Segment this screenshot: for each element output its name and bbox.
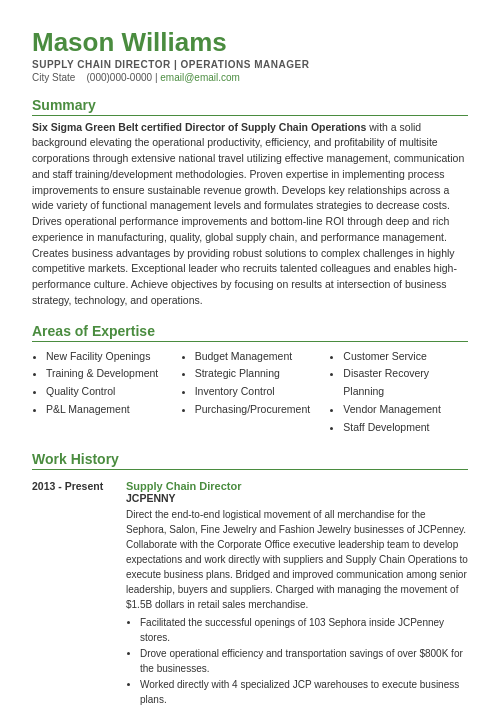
job-bullet: Facilitated the successful openings of 1… [140, 615, 468, 645]
job-entry: 2013 - Present Supply Chain Director JCP… [32, 480, 468, 706]
summary-section-title: Summary [32, 97, 468, 116]
city-state: City State [32, 72, 75, 83]
expertise-col-1: New Facility Openings Training & Develop… [32, 348, 171, 437]
expertise-item: Quality Control [46, 383, 171, 401]
expertise-item: Strategic Planning [195, 365, 320, 383]
summary-body: with a solid background elevating the op… [32, 121, 464, 306]
expertise-item: Budget Management [195, 348, 320, 366]
work-history-section-title: Work History [32, 451, 468, 470]
job-title-text: Supply Chain Director [126, 480, 468, 492]
expertise-item: Disaster Recovery Planning [343, 365, 468, 401]
expertise-item: Purchasing/Procurement [195, 401, 320, 419]
job-company: JCPENNY [126, 492, 468, 504]
expertise-item: Vendor Management [343, 401, 468, 419]
expertise-item: Training & Development [46, 365, 171, 383]
job-bullets: Facilitated the successful openings of 1… [126, 615, 468, 706]
summary-text: Six Sigma Green Belt certified Director … [32, 120, 468, 309]
job-dates: 2013 - Present [32, 480, 110, 706]
expertise-item: P&L Management [46, 401, 171, 419]
work-history: 2013 - Present Supply Chain Director JCP… [32, 480, 468, 706]
expertise-item: Inventory Control [195, 383, 320, 401]
expertise-col-3: Customer Service Disaster Recovery Plann… [329, 348, 468, 437]
contact-info: City State (000)000-0000 | email@email.c… [32, 72, 468, 83]
summary-bold-intro: Six Sigma Green Belt certified Director … [32, 121, 366, 133]
job-description: Direct the end-to-end logistical movemen… [126, 507, 468, 612]
job-bullet: Worked directly with 4 specialized JCP w… [140, 677, 468, 706]
expertise-item: New Facility Openings [46, 348, 171, 366]
job-bullet: Drove operational efficiency and transpo… [140, 646, 468, 676]
expertise-item: Staff Development [343, 419, 468, 437]
expertise-col-2: Budget Management Strategic Planning Inv… [181, 348, 320, 437]
phone: (000)000-0000 [86, 72, 152, 83]
job-title: Supply Chain Director | Operations Manag… [32, 59, 468, 70]
expertise-item: Customer Service [343, 348, 468, 366]
expertise-grid: New Facility Openings Training & Develop… [32, 348, 468, 437]
expertise-section-title: Areas of Expertise [32, 323, 468, 342]
name: Mason Williams [32, 28, 468, 57]
email-link[interactable]: email@email.com [160, 72, 240, 83]
job-right: Supply Chain Director JCPENNY Direct the… [126, 480, 468, 706]
